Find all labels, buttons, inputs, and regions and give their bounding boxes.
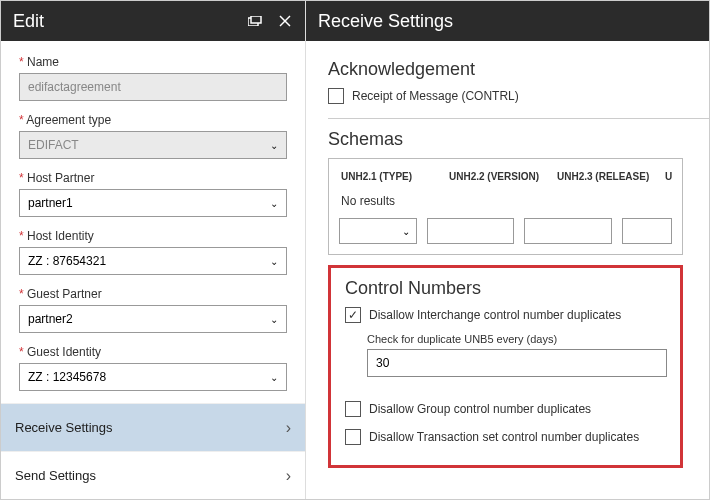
- chevron-down-icon: ⌄: [270, 256, 278, 267]
- host-partner-select[interactable]: partner1 ⌄: [19, 189, 287, 217]
- svg-rect-1: [251, 16, 261, 23]
- chevron-down-icon: ⌄: [402, 226, 410, 237]
- control-title: Control Numbers: [345, 278, 666, 299]
- edit-panel: Edit Name edifactagreement Agreement typ…: [1, 1, 306, 499]
- guest-partner-select[interactable]: partner2 ⌄: [19, 305, 287, 333]
- host-identity-label: Host Identity: [19, 229, 287, 243]
- schema-as-input[interactable]: [622, 218, 672, 244]
- host-identity-select[interactable]: ZZ : 87654321 ⌄: [19, 247, 287, 275]
- chevron-down-icon: ⌄: [270, 140, 278, 151]
- check-unb5-label: Check for duplicate UNB5 every (days): [367, 333, 666, 345]
- agreement-type-value: EDIFACT: [28, 138, 79, 152]
- schemas-columns: UNH2.1 (TYPE) UNH2.2 (VERSION) UNH2.3 (R…: [339, 167, 672, 192]
- guest-identity-select[interactable]: ZZ : 12345678 ⌄: [19, 363, 287, 391]
- edit-title: Edit: [13, 11, 44, 32]
- edit-header: Edit: [1, 1, 305, 41]
- host-identity-value: ZZ : 87654321: [28, 254, 106, 268]
- close-icon[interactable]: [277, 13, 293, 29]
- agreement-type-select: EDIFACT ⌄: [19, 131, 287, 159]
- receive-title: Receive Settings: [318, 11, 453, 32]
- guest-identity-label: Guest Identity: [19, 345, 287, 359]
- chevron-right-icon: ›: [286, 419, 291, 437]
- check-unb5-input[interactable]: 30: [367, 349, 667, 377]
- receipt-checkbox[interactable]: [328, 88, 344, 104]
- receipt-label: Receipt of Message (CONTRL): [352, 89, 519, 103]
- chevron-down-icon: ⌄: [270, 314, 278, 325]
- chevron-down-icon: ⌄: [270, 198, 278, 209]
- check-unb5-value: 30: [376, 356, 389, 370]
- col-unh21: UNH2.1 (TYPE): [341, 171, 431, 182]
- agreement-type-label: Agreement type: [19, 113, 287, 127]
- col-unh22: UNH2.2 (VERSION): [449, 171, 539, 182]
- divider: [328, 118, 709, 119]
- nav-send-label: Send Settings: [15, 468, 96, 483]
- schema-version-input[interactable]: [427, 218, 515, 244]
- receive-header: Receive Settings: [306, 1, 709, 41]
- chevron-down-icon: ⌄: [270, 372, 278, 383]
- schemas-no-results: No results: [339, 192, 672, 218]
- host-partner-label: Host Partner: [19, 171, 287, 185]
- guest-partner-value: partner2: [28, 312, 73, 326]
- receive-settings-panel: Receive Settings Acknowledgement Receipt…: [306, 1, 709, 499]
- col-unh23: UNH2.3 (RELEASE): [557, 171, 647, 182]
- host-partner-value: partner1: [28, 196, 73, 210]
- disallow-transaction-label: Disallow Transaction set control number …: [369, 430, 639, 444]
- name-label: Name: [19, 55, 287, 69]
- schema-type-select[interactable]: ⌄: [339, 218, 417, 244]
- name-value: edifactagreement: [28, 80, 121, 94]
- disallow-interchange-label: Disallow Interchange control number dupl…: [369, 308, 621, 322]
- schemas-table: UNH2.1 (TYPE) UNH2.2 (VERSION) UNH2.3 (R…: [328, 158, 683, 255]
- chevron-right-icon: ›: [286, 467, 291, 485]
- nav-receive-label: Receive Settings: [15, 420, 113, 435]
- guest-identity-value: ZZ : 12345678: [28, 370, 106, 384]
- schemas-title: Schemas: [328, 129, 709, 150]
- nav-receive-settings[interactable]: Receive Settings ›: [1, 403, 305, 451]
- nav-send-settings[interactable]: Send Settings ›: [1, 451, 305, 499]
- disallow-interchange-checkbox[interactable]: [345, 307, 361, 323]
- restore-icon[interactable]: [247, 13, 263, 29]
- name-input: edifactagreement: [19, 73, 287, 101]
- disallow-group-checkbox[interactable]: [345, 401, 361, 417]
- disallow-group-label: Disallow Group control number duplicates: [369, 402, 591, 416]
- guest-partner-label: Guest Partner: [19, 287, 287, 301]
- ack-title: Acknowledgement: [328, 59, 709, 80]
- col-unh25: UNH2.5 (AS: [665, 171, 672, 182]
- control-numbers-callout: Control Numbers Disallow Interchange con…: [328, 265, 683, 468]
- schema-release-input[interactable]: [524, 218, 612, 244]
- disallow-transaction-checkbox[interactable]: [345, 429, 361, 445]
